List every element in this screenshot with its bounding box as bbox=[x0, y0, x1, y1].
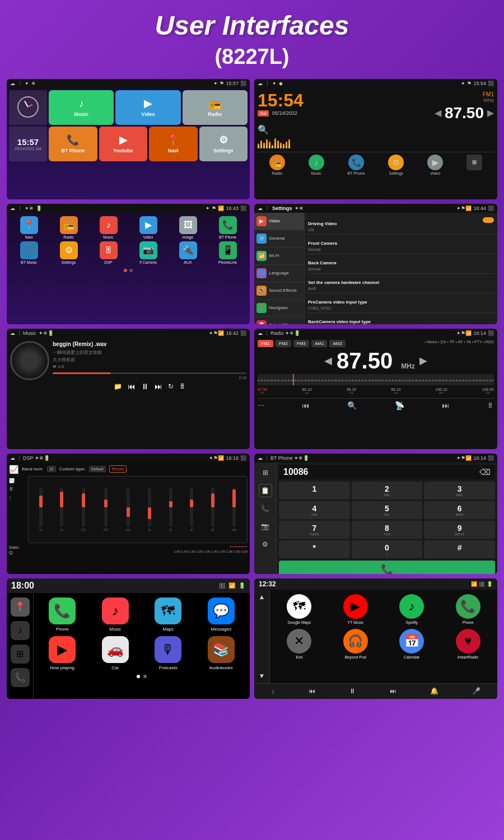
play-pause-aa-btn[interactable]: ⏸ bbox=[349, 687, 356, 695]
app-video[interactable]: ▶ Video bbox=[129, 216, 167, 239]
nav-music[interactable]: ♪ Music bbox=[309, 155, 324, 175]
bell-icon-aa[interactable]: 🔔 bbox=[430, 687, 438, 695]
next-track-btn[interactable]: ⏭ bbox=[155, 382, 162, 391]
dialpad-tab-icon[interactable]: ⊞ bbox=[259, 466, 272, 479]
preset-2[interactable]: 90.10 P2 bbox=[302, 388, 312, 395]
aa-app-spotify[interactable]: ♪ Spotify bbox=[386, 594, 438, 624]
radio-ant-btn[interactable]: 📡 bbox=[395, 401, 404, 410]
folder-icon[interactable]: 📁 bbox=[114, 382, 122, 390]
skip-back-btn[interactable]: ⏮ bbox=[309, 687, 315, 695]
cp-app-nowplaying[interactable]: ▶ Now playing bbox=[38, 636, 87, 670]
app-radio[interactable]: 📻 Radio bbox=[50, 216, 87, 239]
app-tile-radio[interactable]: 📻 Radio bbox=[183, 90, 248, 125]
freq-prev-btn[interactable]: ◀ bbox=[324, 354, 332, 367]
dial-star[interactable]: * bbox=[279, 540, 350, 558]
freq-next-btn[interactable]: ▶ bbox=[419, 354, 427, 367]
app-navi[interactable]: 📍 Navi bbox=[10, 216, 48, 239]
cp-app-maps[interactable]: 🗺 Maps bbox=[144, 598, 193, 632]
backspace-btn[interactable]: ⌫ bbox=[479, 468, 491, 477]
app-tile-music[interactable]: ♪ Music bbox=[49, 90, 114, 125]
call-btn[interactable]: 📞 bbox=[279, 561, 495, 574]
phone-settings-icon[interactable]: ⚙ bbox=[259, 538, 272, 551]
app-settings[interactable]: ⚙ Settings bbox=[50, 241, 87, 264]
cp-app-car[interactable]: 🚗 Car bbox=[91, 636, 140, 670]
app-aux[interactable]: 🔌 AUX bbox=[169, 241, 207, 264]
app-tile-settings[interactable]: ⚙ Settings bbox=[199, 127, 248, 161]
dial-6[interactable]: 6MNO bbox=[424, 501, 495, 519]
settings-sidebar-icon-cp[interactable]: ⊞ bbox=[11, 645, 30, 664]
dial-0[interactable]: 0+ bbox=[352, 540, 423, 558]
sidebar-language[interactable]: 🌐 Language bbox=[254, 265, 304, 282]
cp-app-podcasts[interactable]: 🎙 Podcasts bbox=[144, 636, 193, 670]
tab-am2[interactable]: AM2 bbox=[329, 340, 345, 347]
preset-3[interactable]: 96.10 P3 bbox=[347, 388, 357, 395]
dial-9[interactable]: 9WXYZ bbox=[424, 521, 495, 539]
preset-4[interactable]: 98.10 P4 bbox=[391, 388, 401, 395]
preset-6[interactable]: 108.00 P6 bbox=[482, 388, 494, 395]
dsp-eq-icon[interactable]: 🎚 bbox=[9, 487, 26, 492]
dsp-waveform-icon[interactable]: 📉 bbox=[9, 478, 26, 483]
contacts-icon[interactable]: 📋 bbox=[259, 484, 272, 497]
search-icon[interactable]: 🔍 bbox=[258, 124, 269, 135]
nav-settings[interactable]: ⚙ Settings bbox=[388, 155, 404, 175]
radio-next-btn[interactable]: ⏭ bbox=[442, 401, 450, 410]
dsp-sidebar-icon1[interactable]: 📈 bbox=[9, 465, 18, 474]
skip-fwd-btn[interactable]: ⏭ bbox=[390, 687, 396, 695]
prev-btn[interactable]: ◀ bbox=[435, 108, 441, 118]
app-fcamera[interactable]: 📷 F.Camera bbox=[129, 241, 167, 264]
dial-4[interactable]: 4GHI bbox=[279, 501, 350, 519]
reset-btn[interactable]: Reset bbox=[109, 465, 127, 473]
dial-hash[interactable]: # bbox=[424, 540, 495, 558]
app-tile-youtube[interactable]: ▶ Youtube bbox=[99, 127, 148, 161]
app-btphone[interactable]: 📞 BT Phone bbox=[209, 216, 246, 239]
cp-app-music[interactable]: ♪ Music bbox=[91, 598, 140, 632]
aa-app-iheartradio[interactable]: ♥ iHeartRadio bbox=[442, 629, 494, 659]
aa-app-googlemaps[interactable]: 🗺 Google Maps bbox=[273, 594, 325, 624]
radio-menu-btn[interactable]: ⋯ bbox=[258, 402, 264, 409]
maps-sidebar-icon[interactable]: 📍 bbox=[11, 598, 30, 617]
app-tile-btphone[interactable]: 📞 BT Phone bbox=[49, 127, 97, 161]
app-tile-video[interactable]: ▶ Video bbox=[115, 90, 180, 125]
sidebar-wifi[interactable]: 📶 Wi-Fi bbox=[254, 248, 304, 265]
dial-8[interactable]: 8TUV bbox=[352, 521, 423, 539]
progress-bar[interactable] bbox=[53, 372, 246, 374]
sidebar-led[interactable]: 💡 ColorLED bbox=[254, 317, 304, 324]
toggle-driving-video[interactable] bbox=[483, 217, 494, 223]
radio-prev-btn[interactable]: ⏮ bbox=[302, 401, 310, 410]
app-dsp[interactable]: 🎚 DSP bbox=[90, 241, 127, 264]
dsp-arrows-icon[interactable]: ↕ bbox=[9, 495, 26, 500]
sidebar-general[interactable]: ⚙ General bbox=[254, 230, 304, 248]
aa-app-exit[interactable]: ✕ Exit bbox=[273, 629, 325, 659]
mic-icon-aa[interactable]: 🎤 bbox=[472, 687, 480, 695]
preset-1[interactable]: 87.50 P1 bbox=[258, 388, 268, 395]
phone-sidebar-icon-cp[interactable]: 📞 bbox=[11, 668, 30, 687]
grid-btn[interactable]: ⊞ bbox=[466, 155, 482, 170]
aa-app-beyondpod[interactable]: 🎧 Beyond Pod bbox=[330, 629, 382, 659]
scroll-down-btn[interactable]: ▼ bbox=[259, 672, 265, 680]
nav-btphone[interactable]: 📞 BT Phone bbox=[348, 155, 365, 175]
dial-7[interactable]: 7PQRS bbox=[279, 521, 350, 539]
prev-track-btn[interactable]: ⏮ bbox=[128, 382, 136, 391]
nav-radio[interactable]: 📻 Radio bbox=[269, 155, 285, 175]
app-btmusic[interactable]: 🎵 BT Music bbox=[10, 241, 48, 264]
dial-5[interactable]: 5JKL bbox=[352, 501, 423, 519]
repeat-btn[interactable]: ↻ bbox=[168, 382, 174, 390]
tab-fm3[interactable]: FM3 bbox=[293, 340, 309, 347]
play-pause-btn[interactable]: ⏸ bbox=[141, 382, 149, 391]
cp-app-phone[interactable]: 📞 Phone bbox=[38, 598, 87, 632]
aa-app-ytmusic[interactable]: ▶ YT Music bbox=[330, 594, 382, 624]
app-music[interactable]: ♪ Music bbox=[90, 216, 127, 239]
scroll-up-btn[interactable]: ▲ bbox=[259, 593, 265, 601]
band-num-input[interactable]: 16 bbox=[47, 466, 56, 472]
app-image[interactable]: 🖼 Image bbox=[169, 216, 207, 239]
radio-search-btn[interactable]: 🔍 bbox=[347, 401, 357, 410]
sidebar-navi[interactable]: 📍 Navigator bbox=[254, 300, 304, 317]
dial-1[interactable]: 1 bbox=[279, 482, 350, 500]
dial-2[interactable]: 2ABC bbox=[352, 482, 423, 500]
eq-btn[interactable]: 🎚 bbox=[179, 382, 186, 390]
radio-eq-btn[interactable]: 🎚 bbox=[487, 402, 494, 409]
nav-video[interactable]: ▶ Video bbox=[427, 155, 443, 175]
cp-app-audiobooks[interactable]: 📚 Audiobooks bbox=[197, 636, 246, 670]
aa-app-calendar[interactable]: 📅 Calendar bbox=[386, 629, 438, 659]
app-phonelink[interactable]: 📱 PhoneLink bbox=[209, 241, 246, 264]
